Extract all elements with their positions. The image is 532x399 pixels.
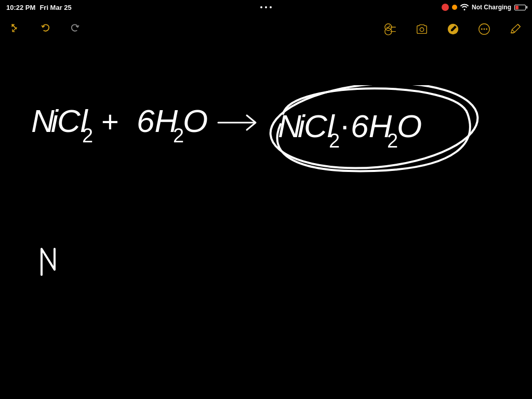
date-display: Fri Mar 25 <box>39 4 71 11</box>
dot-1 <box>260 6 262 8</box>
compose-button[interactable] <box>507 21 524 37</box>
svg-text:2: 2 <box>82 125 93 147</box>
battery-indicator <box>514 5 526 10</box>
svg-text:2: 2 <box>329 130 340 152</box>
svg-point-9 <box>481 29 483 30</box>
svg-text:6H: 6H <box>351 108 392 144</box>
svg-text:·: · <box>340 107 349 143</box>
toolbar: ↙ <box>0 15 532 44</box>
wifi-icon <box>460 3 469 12</box>
svg-point-10 <box>484 29 485 30</box>
status-bar: 10:22 PM Fri Mar 25 Not Charging <box>0 0 532 15</box>
dot-3 <box>270 6 272 8</box>
camera-button[interactable] <box>414 21 430 37</box>
redo-button[interactable] <box>66 21 83 37</box>
screen-record-icon <box>442 4 449 11</box>
more-button[interactable] <box>476 21 493 37</box>
partial-letter <box>36 241 68 283</box>
not-charging-text: Not Charging <box>472 4 511 11</box>
svg-text:2: 2 <box>173 125 184 147</box>
content-area: N i Cl 2 + 6H 2 O N i Cl 2 · 6H 2 O <box>0 44 532 399</box>
collapse-button[interactable]: ↙ <box>8 21 25 37</box>
svg-text:O: O <box>397 108 422 144</box>
svg-text:+: + <box>101 104 119 138</box>
undo-button[interactable] <box>37 21 54 37</box>
chemical-equation: N i Cl 2 + 6H 2 O N i Cl 2 · 6H 2 O <box>26 85 494 200</box>
time-display: 10:22 PM <box>6 4 35 11</box>
mic-indicator-icon <box>452 5 457 10</box>
svg-point-6 <box>420 28 423 31</box>
dot-2 <box>265 6 267 8</box>
svg-point-11 <box>486 29 487 30</box>
svg-text:O: O <box>183 103 208 139</box>
markup-button[interactable] <box>445 21 461 37</box>
checklist-button[interactable] <box>382 21 399 37</box>
svg-text:2: 2 <box>387 130 398 152</box>
svg-text:↙: ↙ <box>11 24 18 34</box>
svg-text:6H: 6H <box>137 103 178 139</box>
